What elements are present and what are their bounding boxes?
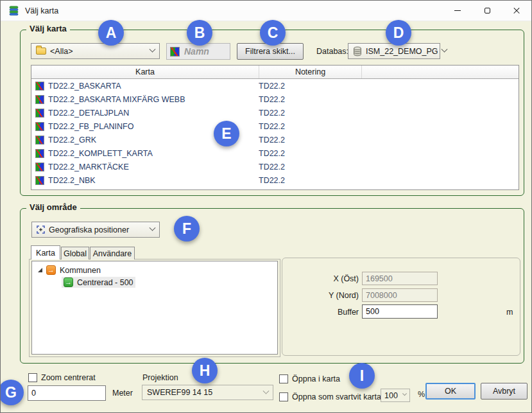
filter-layers-button[interactable]: Filtrera skikt... xyxy=(237,43,304,60)
map-note-cell: TD22.2 xyxy=(259,122,361,131)
map-icon xyxy=(35,189,44,191)
tree-node-kommunen[interactable]: → Kommunen xyxy=(32,264,277,276)
chevron-down-icon xyxy=(150,225,156,231)
tab-global[interactable]: Global xyxy=(61,247,89,259)
minimize-button[interactable] xyxy=(443,1,472,21)
map-name-cell: TD22.2_DETALJPLAN xyxy=(48,109,259,118)
position-arrow-icon: → xyxy=(64,277,73,287)
map-list-header: Karta Notering xyxy=(31,66,519,79)
table-row[interactable]: TD22.2_MARKTÄCKE TD22.2 xyxy=(31,160,519,173)
open-in-map-label: Öppna i karta xyxy=(292,374,340,383)
chevron-down-icon xyxy=(263,387,270,394)
annotation-badge-d: D xyxy=(386,20,411,46)
open-in-map-checkbox[interactable] xyxy=(279,374,288,383)
map-note-cell: TD22.2 xyxy=(259,109,361,118)
database-icon xyxy=(353,46,362,57)
tree-expander-icon[interactable] xyxy=(38,268,42,272)
database-dropdown[interactable]: ISM_22_DEMO_PG xyxy=(348,43,440,59)
open-bw-map-label: Öppna som svartvit karta xyxy=(292,392,381,401)
annotation-badge-g: G xyxy=(0,380,24,405)
annotation-badge-f: F xyxy=(174,216,200,242)
map-note-cell: TD22.2 xyxy=(259,82,361,91)
map-icon xyxy=(35,82,44,91)
projection-value: SWEREF99 14 15 xyxy=(147,388,212,397)
app-layers-icon xyxy=(8,6,19,16)
map-icon xyxy=(35,176,44,185)
percent-value: 100 xyxy=(384,391,398,400)
name-filter-placeholder: Namn xyxy=(184,46,209,57)
map-name-cell: TD22.2_KOMPLETT_KARTA xyxy=(48,149,259,158)
table-row[interactable]: TD22.2_KOMPLETT_KARTA TD22.2 xyxy=(31,146,519,160)
map-icon xyxy=(35,149,44,158)
crosshair-icon xyxy=(37,225,45,234)
window-title: Välj karta xyxy=(25,6,58,15)
tab-karta[interactable]: Karta xyxy=(31,245,60,259)
tree-node-centrerad[interactable]: → Centrerad - 500 xyxy=(32,276,277,288)
position-type-dropdown[interactable]: Geografiska positioner xyxy=(31,222,160,238)
tab-anvandare[interactable]: Användare xyxy=(90,247,135,259)
chevron-down-icon xyxy=(150,46,156,53)
column-header-empty[interactable] xyxy=(362,66,519,78)
column-header-notering[interactable]: Notering xyxy=(259,66,362,78)
map-icon xyxy=(170,47,180,57)
tree-node-label: Kommunen xyxy=(60,266,101,275)
table-row[interactable]: TD22.2_BASKARTA MIXFÄRG WEBB TD22.2 xyxy=(31,92,519,106)
x-east-label: X (Öst) xyxy=(306,274,359,283)
table-row[interactable]: TD22.2_NBK TD22.2 xyxy=(31,173,519,187)
table-row[interactable]: TD22.2_GRK TD22.2 xyxy=(31,133,519,146)
annotation-badge-a: A xyxy=(98,20,124,46)
annotation-badge-h: H xyxy=(192,358,218,383)
y-north-field: 7008000 xyxy=(362,288,438,302)
annotation-badge-e: E xyxy=(214,121,239,146)
map-icon xyxy=(35,136,44,145)
open-bw-map-checkbox[interactable] xyxy=(279,392,288,401)
ok-button[interactable]: OK xyxy=(425,383,476,400)
tree-node-label: Centrerad - 500 xyxy=(77,278,133,287)
y-north-label: Y (Nord) xyxy=(306,291,359,300)
map-note-cell: TD22.2 xyxy=(259,95,361,104)
map-list: Karta Notering TD22.2_BASKARTA TD22.2 TD… xyxy=(31,65,519,190)
chevron-down-icon xyxy=(402,391,407,396)
close-button[interactable] xyxy=(502,1,531,21)
projection-dropdown[interactable]: SWEREF99 14 15 xyxy=(142,385,273,400)
map-note-cell: TD22.2 xyxy=(259,149,361,158)
map-icon xyxy=(35,163,44,171)
column-header-karta[interactable]: Karta xyxy=(31,66,259,78)
table-row[interactable]: TD22.2_DETALJPLAN TD22.2 xyxy=(31,106,519,119)
database-label: Databas: xyxy=(316,47,348,56)
folder-filter-value: <Alla> xyxy=(50,47,73,56)
title-bar: Välj karta xyxy=(1,1,531,21)
group-valj-karta-legend: Välj karta xyxy=(26,24,70,33)
folder-arrow-icon: → xyxy=(46,265,56,275)
meter-label: Meter xyxy=(112,389,133,398)
percent-dropdown[interactable]: 100 xyxy=(381,389,410,402)
map-note-cell: TD22.2 xyxy=(259,176,361,185)
x-east-field: 169500 xyxy=(362,272,438,285)
dialog-valj-karta: Välj karta Välj karta <Alla> Namn Filtre… xyxy=(0,0,532,413)
buffer-field[interactable]: 500 xyxy=(362,304,438,319)
table-row-partial[interactable] xyxy=(31,187,519,190)
folder-filter-dropdown[interactable]: <Alla> xyxy=(31,43,160,59)
percent-sign-label: % xyxy=(418,390,425,399)
cancel-button[interactable]: Avbryt xyxy=(481,383,528,400)
maximize-icon xyxy=(485,8,490,13)
map-name-cell: TD22.2_BASKARTA xyxy=(48,82,259,91)
zoom-centered-checkbox[interactable] xyxy=(28,373,37,382)
table-row[interactable]: TD22.2_FB_PLANINFO TD22.2 xyxy=(31,119,519,133)
map-icon xyxy=(35,109,44,118)
meter-input[interactable]: 0 xyxy=(28,385,106,401)
database-value: ISM_22_DEMO_PG xyxy=(366,47,438,56)
annotation-badge-b: B xyxy=(187,20,212,46)
map-note-cell: TD22.2 xyxy=(259,136,361,145)
map-name-cell: TD22.2_NBK xyxy=(48,176,259,185)
table-row[interactable]: TD22.2_BASKARTA TD22.2 xyxy=(31,79,519,92)
buffer-unit-label: m xyxy=(506,308,513,317)
position-tree: → Kommunen → Centrerad - 500 xyxy=(31,261,278,355)
buffer-label: Buffer xyxy=(306,308,359,317)
annotation-badge-i: I xyxy=(349,363,375,389)
map-icon xyxy=(35,122,44,131)
map-note-cell: TD22.2 xyxy=(259,163,361,171)
maximize-button[interactable] xyxy=(472,1,502,21)
minimize-icon xyxy=(454,10,461,11)
folder-icon xyxy=(36,48,46,55)
